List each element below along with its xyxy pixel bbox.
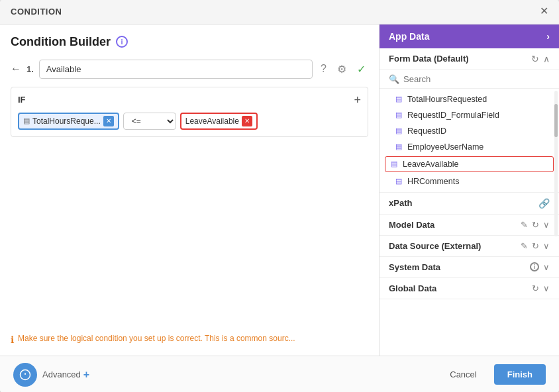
system-data-info-icon[interactable]: i <box>530 262 539 271</box>
field-list: ▤ TotalHoursRequested ▤ RequestID_Formul… <box>380 89 559 193</box>
model-collapse-icon[interactable]: ∨ <box>543 220 550 230</box>
if-section: IF + ▤ TotalHoursReque... ✕ <= = >= < > <box>11 87 368 137</box>
right-panel: App Data › Form Data (Default) ↻ ∧ 🔍 ▤ T… <box>379 24 559 356</box>
help-icon-button[interactable]: ? <box>318 62 329 76</box>
field-icon-5: ▤ <box>391 160 397 168</box>
advanced-plus-icon[interactable]: + <box>83 369 89 381</box>
data-source-actions: ✎ ↻ ∨ <box>521 241 550 251</box>
xpath-section[interactable]: xPath 🔗 <box>380 193 559 215</box>
condition-dialog: CONDITION ✕ Condition Builder i ← 1. ? ⚙… <box>0 0 559 392</box>
field-item-totalhoursrequested[interactable]: ▤ TotalHoursRequested <box>380 91 559 107</box>
app-data-title: App Data <box>389 31 429 42</box>
system-data-collapse-icon[interactable]: ∨ <box>543 262 550 272</box>
field-name-5: LeaveAvailable <box>403 160 459 169</box>
footer-actions: Cancel Finish <box>439 364 546 385</box>
app-data-header: App Data › <box>380 24 559 48</box>
warning-text: Make sure the logical condition you set … <box>18 334 295 343</box>
field-item-employeeusername[interactable]: ▤ EmployeeUserName <box>380 139 559 155</box>
dialog-body: Condition Builder i ← 1. ? ⚙ ✓ IF + ▤ <box>0 24 559 356</box>
warning-icon: ℹ <box>11 334 14 345</box>
condition-name-input[interactable] <box>39 60 313 79</box>
field-icon-3: ▤ <box>395 126 402 135</box>
field1-chip[interactable]: ▤ TotalHoursReque... ✕ <box>18 113 119 130</box>
search-row: 🔍 <box>380 70 559 89</box>
dialog-header: CONDITION ✕ <box>0 0 559 24</box>
system-data-label: System Data <box>389 262 440 272</box>
form-data-collapse-icon[interactable]: ∧ <box>543 54 550 64</box>
field-name-2: RequestID_FormulaField <box>407 111 499 120</box>
global-refresh-icon[interactable]: ↻ <box>532 283 539 293</box>
add-condition-button[interactable]: + <box>354 94 361 106</box>
field-icon-1: ▤ <box>395 95 402 103</box>
global-collapse-icon[interactable]: ∨ <box>543 283 550 293</box>
left-panel: Condition Builder i ← 1. ? ⚙ ✓ IF + ▤ <box>0 24 379 356</box>
data-source-section[interactable]: Data Source (External) ✎ ↻ ∨ <box>380 236 559 257</box>
data-source-edit-icon[interactable]: ✎ <box>521 241 528 251</box>
panel-title: Condition Builder <box>11 35 111 49</box>
field-item-leaveavailable[interactable]: ▤ LeaveAvailable <box>385 156 554 172</box>
form-data-actions: ↻ ∧ <box>531 54 550 64</box>
field2-chip[interactable]: LeaveAvailable ✕ <box>180 113 258 130</box>
model-data-actions: ✎ ↻ ∨ <box>521 220 550 230</box>
field-item-hrcomments[interactable]: ▤ HRComments <box>380 173 559 189</box>
close-button[interactable]: ✕ <box>540 6 548 17</box>
system-data-section[interactable]: System Data i ∨ <box>380 257 559 278</box>
field-name-4: EmployeeUserName <box>407 142 483 152</box>
data-source-label: Data Source (External) <box>389 241 481 251</box>
if-label: IF <box>18 95 26 105</box>
scrollbar-thumb[interactable] <box>554 104 558 137</box>
finish-button[interactable]: Finish <box>494 364 546 385</box>
model-edit-icon[interactable]: ✎ <box>521 220 528 230</box>
field1-chip-icon: ▤ <box>23 117 30 125</box>
scrollbar-track <box>554 91 558 236</box>
global-data-actions: ↻ ∨ <box>532 283 550 293</box>
field-name-6: HRComments <box>407 177 460 186</box>
data-source-refresh-icon[interactable]: ↻ <box>532 241 539 251</box>
panel-header: Condition Builder i <box>11 35 368 49</box>
field1-remove-button[interactable]: ✕ <box>103 116 114 126</box>
search-input[interactable] <box>403 74 550 84</box>
field-name-3: RequestID <box>407 126 446 136</box>
data-source-collapse-icon[interactable]: ∨ <box>543 241 550 251</box>
search-icon: 🔍 <box>389 74 399 84</box>
if-header: IF + <box>18 94 361 106</box>
back-arrow-icon[interactable]: ← <box>11 63 21 75</box>
field-icon-2: ▤ <box>395 111 402 119</box>
system-data-actions: i ∨ <box>530 262 550 272</box>
form-data-refresh-icon[interactable]: ↻ <box>531 54 539 64</box>
dialog-footer: Advanced + Cancel Finish <box>0 356 559 393</box>
field-name-1: TotalHoursRequested <box>407 95 487 104</box>
field-item-requestid-formulafield[interactable]: ▤ RequestID_FormulaField <box>380 107 559 123</box>
model-data-section[interactable]: Model Data ✎ ↻ ∨ <box>380 215 559 236</box>
model-data-label: Model Data <box>389 220 434 230</box>
form-data-label: Form Data (Default) <box>389 54 469 64</box>
xpath-link-icon[interactable]: 🔗 <box>538 198 550 209</box>
advanced-label: Advanced + <box>42 369 89 381</box>
operator-select[interactable]: <= = >= < > <box>123 113 176 130</box>
model-refresh-icon[interactable]: ↻ <box>532 220 539 230</box>
settings-icon-button[interactable]: ⚙ <box>334 62 349 77</box>
global-data-label: Global Data <box>389 283 436 293</box>
app-data-chevron-icon[interactable]: › <box>546 31 550 42</box>
condition-builder-info-icon[interactable]: i <box>116 36 128 48</box>
dialog-title: CONDITION <box>11 7 62 17</box>
check-icon-button[interactable]: ✓ <box>354 62 368 77</box>
form-data-section[interactable]: Form Data (Default) ↻ ∧ <box>380 48 559 70</box>
field2-chip-label: LeaveAvailable <box>185 117 239 126</box>
global-data-section[interactable]: Global Data ↻ ∨ <box>380 278 559 299</box>
advanced-icon[interactable] <box>13 363 37 387</box>
field-icon-4: ▤ <box>395 142 402 151</box>
cancel-button[interactable]: Cancel <box>439 364 487 385</box>
xpath-label: xPath <box>389 198 412 208</box>
condition-name-row: ← 1. ? ⚙ ✓ <box>11 60 368 79</box>
field2-remove-button[interactable]: ✕ <box>242 116 252 126</box>
warning-row: ℹ Make sure the logical condition you se… <box>11 334 368 345</box>
field-icon-6: ▤ <box>395 177 402 185</box>
step-number: 1. <box>26 64 34 74</box>
advanced-row: Advanced + <box>13 363 89 387</box>
field1-chip-label: TotalHoursReque... <box>32 117 101 126</box>
field-item-requestid[interactable]: ▤ RequestID <box>380 123 559 139</box>
condition-fields: ▤ TotalHoursReque... ✕ <= = >= < > Leave… <box>18 113 361 130</box>
